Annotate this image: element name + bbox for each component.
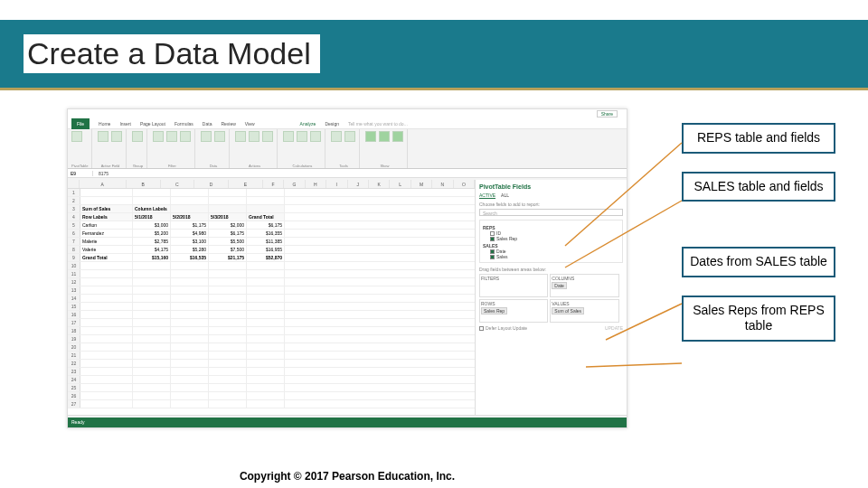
checkbox-icon[interactable]	[490, 255, 495, 259]
ribbon-icon[interactable]	[111, 131, 122, 142]
cell[interactable]	[247, 392, 285, 399]
cell[interactable]	[209, 189, 247, 196]
tab-review[interactable]: Review	[221, 121, 235, 127]
checkbox-icon[interactable]	[490, 237, 495, 241]
ribbon-icon[interactable]	[201, 131, 212, 142]
name-box[interactable]: E9	[68, 171, 93, 176]
cell[interactable]	[80, 189, 133, 196]
field-sales-rep[interactable]: Sales Rep	[483, 236, 619, 241]
cell[interactable]	[209, 278, 247, 286]
tab-view[interactable]: View	[245, 121, 255, 127]
ribbon-icon[interactable]	[180, 131, 191, 142]
cell[interactable]	[80, 376, 133, 383]
cell[interactable]: $2,785	[133, 238, 171, 245]
cell[interactable]	[133, 384, 171, 391]
cell[interactable]: $3,100	[171, 238, 209, 245]
cell[interactable]	[133, 352, 171, 359]
cell[interactable]: $6,175	[247, 221, 285, 229]
ribbon-icon[interactable]	[132, 131, 143, 142]
cell[interactable]: $16,355	[247, 230, 285, 237]
tab-home[interactable]: Home	[99, 121, 110, 127]
cell[interactable]	[171, 189, 209, 196]
cell[interactable]	[209, 360, 247, 367]
checkbox-icon[interactable]	[490, 249, 495, 254]
cell[interactable]: Malerie	[80, 238, 133, 245]
cell[interactable]	[247, 270, 285, 277]
cell[interactable]	[171, 286, 209, 294]
ribbon-icon[interactable]	[310, 131, 321, 142]
cell[interactable]	[247, 262, 285, 269]
cell[interactable]: Row Labels	[80, 213, 133, 221]
cell[interactable]	[80, 327, 133, 334]
cell[interactable]: $21,175	[209, 254, 247, 261]
cell[interactable]	[80, 295, 133, 302]
cell[interactable]	[209, 286, 247, 294]
cell[interactable]	[171, 197, 209, 204]
cell[interactable]	[209, 368, 247, 375]
pivottable-fields-pane[interactable]: PivotTable Fields ACTIVE ALL Choose fiel…	[475, 180, 627, 415]
cell[interactable]	[209, 311, 247, 318]
cell[interactable]	[247, 400, 285, 408]
update-button[interactable]: UPDATE	[605, 325, 623, 331]
cell[interactable]	[247, 352, 285, 359]
cell[interactable]	[171, 376, 209, 383]
cell[interactable]	[133, 197, 171, 204]
cell[interactable]: 5/3/2018	[209, 213, 247, 221]
tab-file[interactable]: File	[71, 118, 90, 129]
cell[interactable]: $2,000	[209, 221, 247, 229]
area-filters[interactable]: FILTERS	[479, 274, 548, 297]
cell[interactable]: $7,500	[209, 246, 247, 253]
cell[interactable]	[209, 352, 247, 359]
cell[interactable]	[80, 400, 133, 408]
cell[interactable]	[80, 352, 133, 359]
cell[interactable]	[80, 319, 133, 326]
cell[interactable]	[80, 343, 133, 351]
cell[interactable]	[247, 303, 285, 310]
cell[interactable]	[133, 311, 171, 318]
cell[interactable]	[133, 376, 171, 383]
cell[interactable]	[247, 360, 285, 367]
cell[interactable]: $5,500	[209, 238, 247, 245]
fields-search[interactable]: Search	[479, 209, 623, 216]
cell[interactable]	[133, 262, 171, 269]
cell[interactable]	[247, 368, 285, 375]
chip-sales-rep[interactable]: Sales Rep	[481, 307, 507, 314]
cell[interactable]	[209, 319, 247, 326]
chip-sum-sales[interactable]: Sum of Sales	[552, 307, 584, 314]
ribbon-icon[interactable]	[153, 131, 164, 142]
area-values[interactable]: VALUESSum of Sales	[550, 299, 618, 323]
cell[interactable]	[247, 319, 285, 326]
cell[interactable]	[133, 343, 171, 351]
cell[interactable]	[209, 303, 247, 310]
cell[interactable]: $3,000	[133, 221, 171, 229]
area-rows[interactable]: ROWSSales Rep	[479, 299, 548, 323]
cell[interactable]	[209, 262, 247, 269]
cell[interactable]	[171, 303, 209, 310]
cell[interactable]	[209, 327, 247, 334]
cell[interactable]	[133, 319, 171, 326]
checkbox-icon[interactable]	[490, 231, 495, 236]
ribbon-icon[interactable]	[262, 131, 273, 142]
cell[interactable]	[133, 278, 171, 286]
cell[interactable]	[80, 197, 133, 204]
cell[interactable]: $16,535	[171, 254, 209, 261]
ribbon-icon[interactable]	[235, 131, 246, 142]
cell[interactable]	[171, 311, 209, 318]
area-columns[interactable]: COLUMNSDate	[550, 274, 618, 297]
cell[interactable]	[133, 335, 171, 343]
cell[interactable]	[80, 262, 133, 269]
ribbon-icon[interactable]	[379, 131, 390, 142]
cell[interactable]: Valerie	[80, 246, 133, 253]
cell[interactable]	[171, 262, 209, 269]
checkbox-icon[interactable]	[479, 326, 484, 331]
ribbon-icon[interactable]	[283, 131, 294, 142]
ribbon-icon[interactable]	[365, 131, 376, 142]
cell[interactable]	[80, 278, 133, 286]
ribbon-icon[interactable]	[297, 131, 307, 142]
cell[interactable]	[133, 270, 171, 277]
cell[interactable]	[80, 311, 133, 318]
cell[interactable]	[171, 360, 209, 367]
cell[interactable]	[171, 343, 209, 351]
cell[interactable]	[209, 270, 247, 277]
cell[interactable]	[247, 205, 285, 212]
